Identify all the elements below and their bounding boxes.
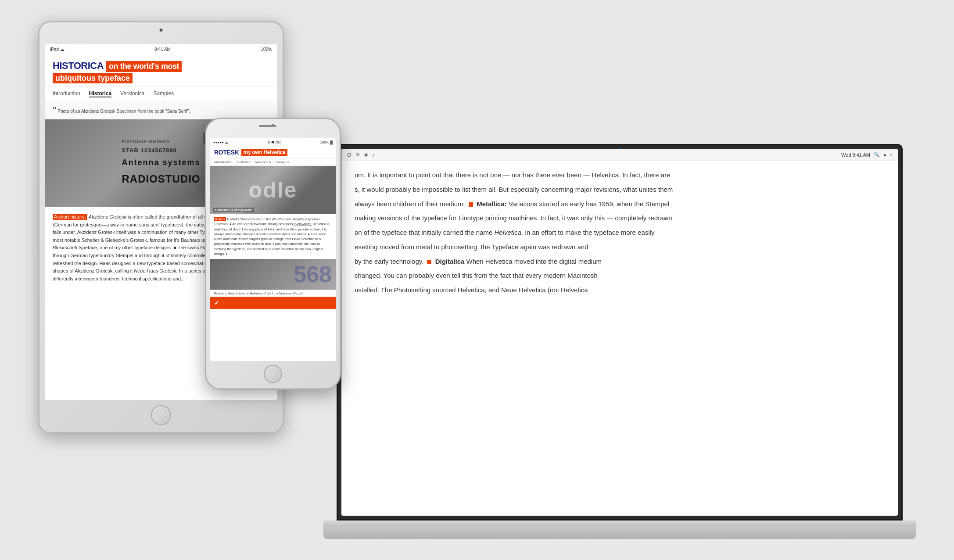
iphone-caption2: Rotesk is Moritz's take on Helvetica (Cl… (210, 290, 336, 297)
content-p4: making versions of the typeface for Lino… (355, 214, 672, 222)
metallica-label: Metallica: (477, 200, 509, 208)
dot3 (276, 141, 278, 143)
ipad-title-main: HISTORICA (53, 60, 104, 72)
iphone-title-badge: my own Helvetica (241, 149, 288, 156)
content-p5b: in an effort to make the typeface more e… (525, 229, 655, 236)
content-p8: changed. You can probably even tell this… (355, 272, 598, 279)
iphone-photo-caption: Helvetica is everywhere (215, 208, 252, 212)
iphone-body-p4: popular culture, it is always undergoing… (214, 227, 326, 256)
iphone-checkmark-area: ✓ (210, 297, 336, 309)
ipad-status-right: 100% (261, 47, 272, 52)
macbook-menubar: ⏱ ✲ ◈ ♪ Wed 9:41 AM 🔍 ● ≡ (341, 149, 898, 161)
iphone-rotesk-highlight: Rotesk (214, 217, 226, 221)
iphone-status-right: 100% ▓ (320, 140, 333, 144)
dot1 (268, 141, 270, 143)
iphone-screen: ●●●●● ☁ 9:41 AM 100% ▓ ROTESK my own Hel… (210, 138, 336, 361)
iphone-photo-big-text: odle (249, 177, 298, 203)
quote-mark: " (53, 106, 57, 115)
iphone-everywhere: everywhere, (294, 222, 312, 226)
iphone-nav: Introduction Historica Versionica Sample… (210, 159, 336, 166)
menubar-left: ⏱ ✲ ◈ ♪ (347, 152, 375, 158)
iphone-status-left: ●●●●● ☁ (213, 140, 228, 144)
ipad-label-short-history: A short history: (53, 214, 87, 220)
search-icon[interactable]: 🔍 (874, 152, 880, 158)
iphone-speaker (259, 125, 276, 127)
bullet2 (427, 260, 431, 264)
content-p3: always been children of their medium. (355, 200, 467, 208)
digitalica-label: Digitalica (435, 258, 466, 265)
ipad-caption-text: Photo of an Akzidenz Grotesk Specimen fr… (57, 109, 190, 114)
iphone-photo2: 568 (210, 259, 336, 290)
helvetica-italic: Helvetica, (495, 229, 524, 236)
photo-line1: Profileisen-Walzwerk (122, 138, 200, 145)
iphone-title-main: ROTESK (214, 149, 239, 156)
iphone-home-button[interactable] (264, 365, 282, 383)
ipad-statusbar: iPad ☁ 9:41 AM 100% (45, 44, 277, 54)
macbook-screen-outer: ⏱ ✲ ◈ ♪ Wed 9:41 AM 🔍 ● ≡ um. It (337, 144, 903, 521)
ipad-neue-italic: Neue Haas Grotesk. (134, 268, 178, 273)
ipad-nav: Introduction Historica Versionica Sample… (45, 87, 277, 101)
scene: ⏱ ✲ ◈ ♪ Wed 9:41 AM 🔍 ● ≡ um. It (38, 21, 916, 539)
iphone-nav-introduction[interactable]: Introduction (214, 160, 233, 164)
macbook-device: ⏱ ✲ ◈ ♪ Wed 9:41 AM 🔍 ● ≡ um. It (323, 144, 916, 539)
iphone-photo2-number: 568 (294, 261, 332, 287)
ipad-status-left: iPad ☁ (50, 47, 65, 52)
content-p2: s, it would probably be impossible to li… (355, 186, 673, 193)
ipad-blockschrift-italic: Blockschrift (53, 245, 77, 250)
bluetooth-icon: ✲ (356, 152, 360, 158)
content-p7b: When Helvetica moved into the digital me… (466, 258, 602, 265)
menubar-right: Wed 9:41 AM 🔍 ● ≡ (841, 152, 893, 158)
iphone-device: ●●●●● ☁ 9:41 AM 100% ▓ ROTESK my own Hel… (205, 118, 341, 390)
content-p7a: by the early technology. (355, 258, 425, 265)
iphone-nav-historica[interactable]: Historica (237, 160, 251, 164)
iphone-breathing: thing (290, 227, 297, 231)
photo-line3: Antenna systems (122, 155, 200, 169)
ipad-nav-historica[interactable]: Historica (89, 90, 111, 97)
iphone-photo-overlay: Helvetica is everywhere (213, 208, 254, 212)
content-p1: um. It is important to point out that th… (355, 171, 671, 179)
checkmark-icon: ✓ (214, 299, 219, 306)
iphone-ubiquitous: Ubiquitous (291, 217, 307, 221)
metallica-text: Variations started as early has 1959, wh… (509, 200, 670, 208)
iphone-header: ROTESK my own Helvetica (210, 146, 336, 159)
dot2 (272, 141, 274, 143)
page-indicator (268, 141, 278, 143)
ipad-home-button[interactable] (151, 405, 171, 425)
iphone-body-p1: is Moritz Zimmer's take on the World's m… (227, 217, 291, 221)
iphone-nav-versionica[interactable]: Versionica (255, 160, 271, 164)
ipad-nav-samples[interactable]: Samples (153, 90, 174, 97)
ipad-header: HISTORICA on the world's most ubiquitous… (45, 54, 277, 87)
ipad-title: HISTORICA on the world's most (53, 60, 269, 72)
ipad-nav-introduction[interactable]: Introduction (53, 90, 80, 97)
iphone-photo: Helvetica is everywhere odle (210, 166, 336, 214)
volume-icon: ♪ (372, 152, 375, 158)
macbook-content: um. It is important to point out that th… (341, 161, 898, 516)
macbook-base (323, 521, 916, 527)
ipad-photo-caption: " Photo of an Akzidenz Grotesk Specimen … (45, 101, 277, 119)
ipad-nav-versionica[interactable]: Versionica (120, 90, 144, 97)
menubar-time: Wed 9:41 AM (841, 152, 870, 158)
clock-icon: ⏱ (347, 152, 351, 158)
macbook-body (323, 527, 916, 539)
content-p9: nstalled: The Photosetting sourced Helve… (355, 286, 588, 294)
ipad-camera (160, 29, 163, 32)
iphone-caption2-text: Rotesk is Moritz's take on Helvetica (Cl… (214, 292, 303, 295)
iphone-body: ●●●●● ☁ 9:41 AM 100% ▓ ROTESK my own Hel… (205, 118, 341, 390)
photo-line2: STAB 1234567890 (122, 145, 200, 155)
ipad-title-sub: on the world's most (106, 61, 182, 72)
ipad-title-sub2: ubiquitous typeface (53, 73, 133, 83)
user-icon: ● (883, 152, 886, 158)
ipad-status-time: 9:41 AM (154, 47, 171, 52)
bullet1 (469, 202, 473, 207)
iphone-title: ROTESK my own Helvetica (214, 149, 332, 156)
wifi-icon: ◈ (364, 152, 368, 158)
content-p6: esetting moved from metal to photosettin… (355, 243, 588, 251)
iphone-nav-samples[interactable]: Samples (276, 160, 289, 164)
macbook-screen: ⏱ ✲ ◈ ♪ Wed 9:41 AM 🔍 ● ≡ um. It (341, 149, 898, 516)
content-p5a: on of the typeface that initially carrie… (355, 229, 495, 236)
menu-icon: ≡ (890, 152, 893, 158)
iphone-body-text: Rotesk is Moritz Zimmer's take on the Wo… (210, 214, 336, 259)
photo-line4: RADIOSTUDIO (122, 169, 200, 188)
ipad-akzidenz-italic: Akzidenz Grotesk (89, 214, 126, 219)
